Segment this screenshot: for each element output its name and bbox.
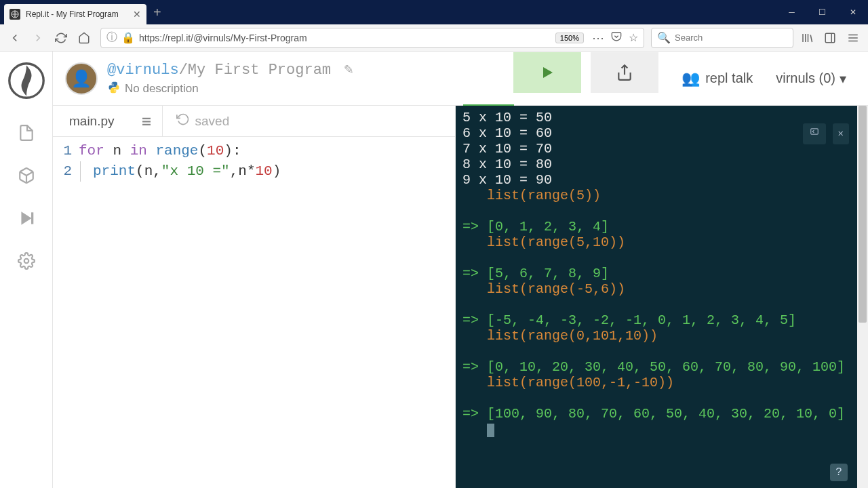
zoom-badge[interactable]: 150% [555, 33, 584, 43]
close-button[interactable]: ✕ [837, 0, 868, 24]
search-icon: 🔍 [657, 31, 671, 44]
forward-button[interactable] [28, 28, 47, 47]
titlebar: Repl.it - My First Program ✕ + ─ ☐ ✕ [0, 0, 868, 24]
tab-title: Repl.it - My First Program [26, 9, 127, 19]
scroll-thumb[interactable] [859, 106, 867, 323]
console-expand-button[interactable] [803, 123, 826, 144]
minimize-button[interactable]: ─ [776, 0, 807, 24]
menu-button[interactable] [844, 28, 863, 47]
replit-logo-icon[interactable] [7, 62, 45, 100]
files-icon[interactable] [17, 123, 36, 142]
new-tab-button[interactable]: + [153, 5, 161, 20]
console-clear-button[interactable]: ✕ [833, 123, 849, 144]
avatar[interactable]: 👤 [65, 62, 98, 95]
pocket-icon[interactable] [611, 31, 622, 45]
python-icon [107, 81, 121, 97]
url-bar[interactable]: ⓘ 🔒 https://repl.it/@virnuls/My-First-Pr… [100, 28, 644, 48]
home-button[interactable] [75, 28, 94, 47]
sidebar-left [0, 52, 53, 488]
history-icon [176, 113, 190, 129]
code-editor[interactable]: 12 for n in range(10):print(n,"x 10 =",n… [53, 137, 455, 488]
lock-icon: 🔒 [121, 31, 135, 44]
debugger-icon[interactable] [17, 209, 36, 228]
more-icon[interactable]: ⋯ [592, 30, 604, 45]
header: 👤 @virnuls/My First Program ✎ No descrip… [53, 52, 868, 106]
tab-close-icon[interactable]: ✕ [133, 9, 141, 20]
url-text: https://repl.it/@virnuls/My-First-Progra… [139, 33, 551, 43]
svg-point-16 [115, 91, 115, 92]
chevron-down-icon: ▾ [840, 70, 846, 87]
file-list-icon[interactable] [131, 106, 163, 136]
window-controls: ─ ☐ ✕ [776, 0, 868, 24]
repl-talk-link[interactable]: 👥 repl talk [682, 70, 753, 87]
svg-point-14 [24, 259, 28, 264]
svg-marker-17 [543, 67, 553, 78]
run-button[interactable] [513, 52, 581, 93]
user-link[interactable]: @virnuls [107, 62, 179, 79]
navbar: ⓘ 🔒 https://repl.it/@virnuls/My-First-Pr… [0, 24, 868, 52]
console-pane[interactable]: ✕ ? 5 x 10 = 506 x 10 = 607 x 10 = 708 x… [456, 106, 857, 488]
browser-tab[interactable]: Repl.it - My First Program ✕ [4, 4, 146, 24]
scrollbar[interactable] [857, 106, 868, 488]
svg-rect-21 [142, 123, 151, 125]
people-icon: 👥 [682, 70, 700, 87]
file-tabs: main.py saved [53, 106, 455, 137]
maximize-button[interactable]: ☐ [807, 0, 837, 24]
reload-button[interactable] [52, 28, 71, 47]
description[interactable]: No description [125, 82, 199, 96]
sidebar-toggle-icon[interactable] [821, 28, 840, 47]
svg-point-15 [113, 83, 113, 83]
breadcrumb: @virnuls/My First Program ✎ [107, 60, 504, 79]
edit-icon[interactable]: ✎ [344, 62, 353, 79]
favicon-icon [9, 9, 20, 20]
svg-rect-19 [142, 117, 151, 119]
user-menu[interactable]: virnuls (0) ▾ [776, 70, 846, 87]
share-button[interactable] [591, 52, 658, 93]
settings-icon[interactable] [17, 251, 36, 270]
svg-line-4 [810, 35, 812, 42]
info-icon[interactable]: ⓘ [106, 30, 117, 45]
editor-pane: main.py saved 12 for n in range(10):prin… [53, 106, 456, 488]
library-icon[interactable] [797, 28, 816, 47]
project-name: My First Program [188, 62, 331, 79]
packages-icon[interactable] [17, 166, 36, 185]
svg-marker-12 [21, 211, 31, 225]
search-input[interactable] [675, 33, 787, 43]
help-button[interactable]: ? [830, 464, 848, 481]
saved-indicator: saved [163, 113, 230, 129]
svg-rect-5 [825, 33, 835, 43]
svg-rect-20 [142, 121, 151, 122]
back-button[interactable] [5, 28, 24, 47]
search-box[interactable]: 🔍 [651, 28, 793, 48]
file-tab-main[interactable]: main.py [53, 106, 131, 136]
bookmark-icon[interactable]: ☆ [629, 31, 638, 44]
